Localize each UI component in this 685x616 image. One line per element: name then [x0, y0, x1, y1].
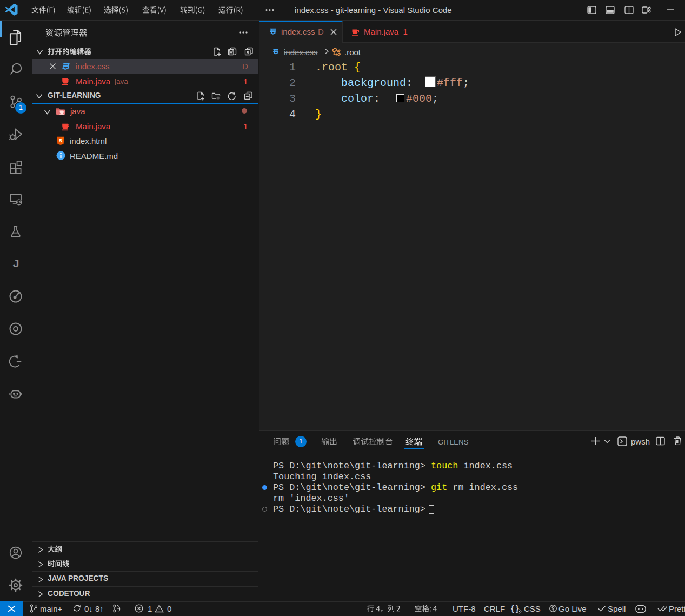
svg-text:5: 5	[59, 137, 62, 143]
